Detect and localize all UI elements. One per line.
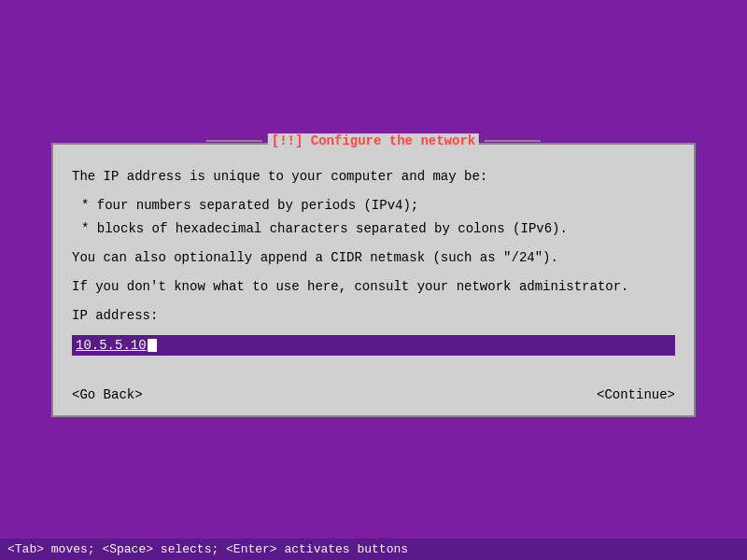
ip-input-value: 10.5.5.10	[76, 338, 147, 353]
title-line-left	[206, 140, 262, 142]
bullet-item-2: * blocks of hexadecimal characters separ…	[81, 219, 675, 239]
go-back-button[interactable]: <Go Back>	[68, 385, 147, 404]
dialog-buttons: <Go Back> <Continue>	[53, 385, 694, 415]
dialog-title-bar: [!!] Configure the network	[206, 133, 541, 148]
title-line-right	[485, 140, 541, 142]
body-line1: The IP address is unique to your compute…	[72, 167, 675, 187]
status-bar: <Tab> moves; <Space> selects; <Enter> ac…	[0, 539, 747, 560]
dialog-body: The IP address is unique to your compute…	[53, 145, 694, 385]
dialog-window: [!!] Configure the network The IP addres…	[51, 143, 696, 417]
ip-input-container[interactable]: 10.5.5.10	[72, 335, 675, 356]
bullet-item-1: * four numbers separated by periods (IPv…	[81, 196, 675, 216]
body-line2: You can also optionally append a CIDR ne…	[72, 248, 675, 268]
ip-label: IP address:	[72, 306, 675, 326]
status-bar-text: <Tab> moves; <Space> selects; <Enter> ac…	[7, 542, 408, 556]
body-line3: If you don't know what to use here, cons…	[72, 277, 675, 297]
ip-input-display: 10.5.5.10	[76, 338, 671, 353]
bullet-list: * four numbers separated by periods (IPv…	[81, 196, 675, 239]
continue-button[interactable]: <Continue>	[593, 385, 679, 404]
ip-cursor	[148, 339, 157, 352]
dialog-title: [!!] Configure the network	[268, 133, 479, 148]
